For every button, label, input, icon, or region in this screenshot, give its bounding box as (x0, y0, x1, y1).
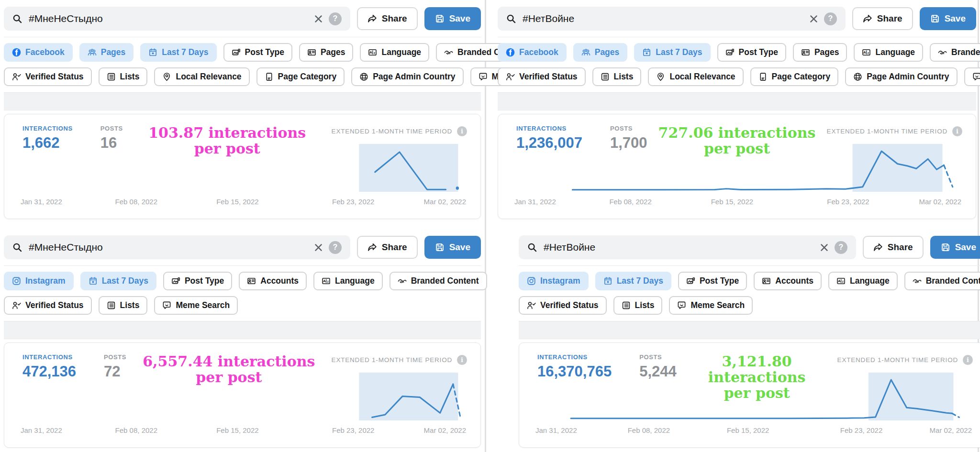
filter-chip-label: Language (850, 276, 890, 286)
filter-chip-post-type[interactable]: Post Type (678, 272, 747, 290)
help-icon[interactable]: ? (329, 12, 342, 25)
share-button[interactable]: Share (852, 7, 913, 30)
filter-chip-lists[interactable]: Lists (592, 67, 642, 86)
annotation-line-1: 6,557.44 interactions (126, 353, 331, 369)
filter-chip-language[interactable]: AzLanguage (854, 43, 923, 62)
filter-chip-pages[interactable]: Pages (573, 43, 628, 62)
share-button[interactable]: Share (357, 236, 418, 259)
filter-chip-accounts[interactable]: Accounts (239, 272, 307, 290)
instagram-icon (12, 276, 21, 286)
section-spacer (4, 321, 481, 339)
calendar-icon (148, 48, 157, 57)
filter-chip-pages[interactable]: Pages (299, 43, 354, 62)
filter-chip-verified-status[interactable]: Verified Status (498, 67, 586, 86)
filter-chip-page-category[interactable]: Page Category (750, 67, 839, 86)
filter-chip-instagram[interactable]: Instagram (4, 272, 74, 290)
filter-chip-verified-status[interactable]: Verified Status (4, 296, 92, 315)
filter-chip-lists[interactable]: Lists (613, 296, 663, 315)
filter-chip-label: Page Category (772, 72, 831, 82)
interactions-sparkline-chart (514, 144, 961, 192)
calendar-icon (89, 276, 98, 286)
filter-chip-last-7-days[interactable]: Last 7 Days (80, 272, 156, 290)
search-panel-instagram-mnenestydno: #МнеНеСтыдно ? Share Save InstagramLast … (4, 232, 481, 448)
share-button[interactable]: Share (863, 236, 924, 259)
filter-chip-instagram[interactable]: Instagram (519, 272, 589, 290)
filter-chip-label: Facebook (25, 47, 65, 57)
filter-chip-post-type[interactable]: Post Type (717, 43, 786, 62)
filter-chip-label: Instagram (540, 276, 580, 286)
search-input[interactable]: #МнеНеСтыдно ? (4, 235, 350, 259)
last-7-days-highlight (853, 144, 943, 192)
post-type-icon (686, 276, 695, 286)
last-7-days-highlight (359, 144, 458, 192)
filter-chip-verified-status[interactable]: Verified Status (4, 67, 92, 86)
filter-chip-last-7-days[interactable]: Last 7 Days (140, 43, 216, 62)
filter-chip-label: Language (381, 47, 421, 57)
filter-chip-label: Last 7 Days (162, 47, 208, 57)
filter-chip-page-admin-country[interactable]: Page Admin Country (351, 67, 463, 86)
date-tick-label: Feb 15, 2022 (711, 198, 753, 206)
save-button[interactable]: Save (930, 236, 980, 259)
clear-search-icon[interactable] (820, 243, 828, 252)
filter-chip-label: Branded Content (926, 276, 980, 286)
filter-chip-meme-search[interactable]: Meme Search (964, 67, 980, 86)
clear-search-icon[interactable] (810, 15, 818, 23)
filter-chip-language[interactable]: AzLanguage (828, 272, 898, 290)
filter-chip-branded-content[interactable]: Branded Content (904, 272, 980, 290)
help-icon[interactable]: ? (329, 241, 342, 254)
filter-chip-branded-content[interactable]: Branded Content (390, 272, 487, 290)
info-icon[interactable]: i (457, 355, 467, 365)
save-button[interactable]: Save (424, 7, 481, 30)
save-button[interactable]: Save (920, 7, 976, 30)
lists-icon (622, 301, 631, 310)
share-button[interactable]: Share (357, 7, 418, 30)
filter-chip-facebook[interactable]: Facebook (4, 43, 73, 62)
filter-chip-page-admin-country[interactable]: Page Admin Country (845, 67, 957, 86)
filter-chip-post-type[interactable]: Post Type (163, 272, 232, 290)
help-icon[interactable]: ? (824, 12, 837, 25)
filter-chip-branded-content[interactable]: Branded Content (930, 43, 980, 62)
filter-chip-accounts[interactable]: Accounts (754, 272, 822, 290)
branded-content-icon (398, 276, 407, 286)
filter-chip-lists[interactable]: Lists (99, 296, 148, 315)
clear-search-icon[interactable] (314, 243, 323, 252)
filter-chip-verified-status[interactable]: Verified Status (519, 296, 607, 315)
filter-chip-local-relevance[interactable]: Local Relevance (648, 67, 743, 86)
filter-chip-language[interactable]: AzLanguage (360, 43, 429, 62)
filter-chip-pages[interactable]: Pages (79, 43, 134, 62)
filter-chip-facebook[interactable]: Facebook (498, 43, 567, 62)
search-panel-facebook-mnenestydno: #МнеНеСтыдно ? Share Save FacebookPagesL… (4, 3, 481, 219)
clear-search-icon[interactable] (314, 15, 323, 23)
search-input[interactable]: #МнеНеСтыдно ? (4, 7, 350, 31)
search-bar-row: #МнеНеСтыдно ? Share Save (4, 235, 481, 259)
help-icon[interactable]: ? (835, 241, 847, 254)
date-tick-label: Feb 15, 2022 (216, 426, 258, 434)
filter-chip-meme-search[interactable]: Meme Search (154, 296, 238, 315)
filter-chip-lists[interactable]: Lists (99, 67, 148, 86)
filter-chip-language[interactable]: AzLanguage (313, 272, 383, 290)
search-input[interactable]: #НетВойне ? (498, 7, 846, 31)
chart-date-axis: Jan 31, 2022Feb 08, 2022Feb 15, 2022Feb … (21, 198, 466, 207)
filter-chip-post-type[interactable]: Post Type (223, 43, 292, 62)
info-icon[interactable]: i (963, 355, 973, 365)
header-divider (519, 265, 980, 266)
verified-status-icon (12, 301, 21, 310)
info-icon[interactable]: i (952, 126, 962, 136)
info-icon[interactable]: i (457, 126, 467, 136)
filter-chip-pages[interactable]: Pages (793, 43, 847, 62)
search-input[interactable]: #НетВойне ? (519, 235, 856, 259)
filter-chip-label: Pages (321, 47, 345, 57)
results-card: INTERACTIONS 16,370,765 POSTS 5,244 3,12… (519, 342, 980, 448)
filter-chip-last-7-days[interactable]: Last 7 Days (634, 43, 710, 62)
filter-chip-local-relevance[interactable]: Local Relevance (154, 67, 249, 86)
filter-chip-page-category[interactable]: Page Category (256, 67, 345, 86)
filter-chip-meme-search[interactable]: Meme Search (669, 296, 753, 315)
svg-text:z: z (374, 51, 375, 55)
svg-text:A: A (838, 279, 841, 283)
save-button[interactable]: Save (424, 236, 481, 259)
time-period-label: EXTENDED 1-MONTH TIME PERIOD (332, 128, 452, 135)
date-tick-label: Feb 23, 2022 (332, 426, 374, 434)
filter-chip-last-7-days[interactable]: Last 7 Days (595, 272, 671, 290)
save-icon (930, 14, 940, 23)
filter-chip-label: Pages (814, 47, 839, 57)
